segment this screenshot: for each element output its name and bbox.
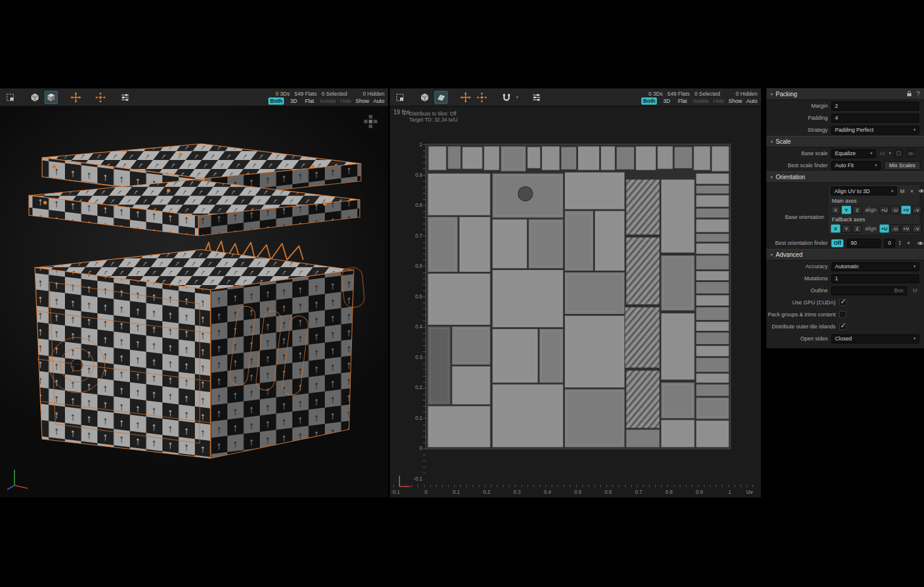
lock-icon[interactable] <box>907 90 912 98</box>
accuracy-dropdown[interactable]: Automatic▾ <box>831 262 919 271</box>
ruler-label: 0.2 <box>408 384 422 390</box>
margin-input[interactable]: 2 <box>831 102 919 111</box>
polygon-mode-icon[interactable] <box>28 91 42 104</box>
mode-both-button[interactable]: Both <box>641 97 658 105</box>
fallback-pu-button[interactable]: +U <box>879 224 889 233</box>
clear-icon[interactable]: × <box>908 187 916 195</box>
stepper-control[interactable]: ▴▾ <box>899 240 901 246</box>
uv-info-overlay: Distribute to tiles: Off Target TD: 32.3… <box>409 111 458 123</box>
hide-button[interactable]: Hide <box>713 97 724 105</box>
mix-scales-button[interactable]: Mix Scales <box>884 161 920 170</box>
ruler-label: 0.8 <box>408 202 422 208</box>
mode-flat-button[interactable]: Flat <box>303 97 316 105</box>
strategy-dropdown[interactable]: Padding Perfect▾ <box>831 126 919 135</box>
section-header-orientation[interactable]: ▾ Orientation <box>766 171 924 183</box>
orientation-start-input[interactable]: 0 <box>884 239 895 248</box>
section-header-scale[interactable]: ▾ Scale <box>766 136 924 147</box>
fallback-mu-button[interactable]: -U <box>890 224 900 233</box>
mode-both-button[interactable]: Both <box>268 97 285 105</box>
distribute-checkbox[interactable] <box>839 323 846 330</box>
display-settings-icon[interactable] <box>530 91 543 104</box>
ruler-label: 1 <box>722 489 738 495</box>
transform-pivot-icon[interactable] <box>475 91 488 104</box>
accuracy-label: Accuracy <box>766 263 828 269</box>
display-settings-icon[interactable] <box>119 91 132 104</box>
fallback-axis-x-button[interactable]: X <box>831 224 840 233</box>
plane-mode-icon[interactable] <box>434 91 448 104</box>
ruler-label: 0.4 <box>408 324 422 330</box>
padding-input[interactable]: 4 <box>831 114 919 123</box>
best-scale-finder-dropdown[interactable]: Auto Fit▾ <box>831 161 881 170</box>
scale-lock-icon[interactable] <box>895 149 903 158</box>
count-hidden: 0 Hidden <box>363 90 384 97</box>
eye-icon[interactable] <box>917 187 924 195</box>
cube-mode-icon[interactable] <box>45 91 58 104</box>
align-mode-dropdown[interactable]: Align UV to 3D▾ <box>831 186 897 195</box>
chevron-down-icon: ▾ <box>771 175 773 180</box>
isolate-button[interactable]: Isolate <box>693 97 709 105</box>
align-label: align <box>865 207 876 213</box>
viewport-uv-canvas[interactable]: 19 fps Distribute to tiles: Off Target T… <box>390 106 761 497</box>
uv-horizontal-ticks <box>393 485 753 487</box>
mirror-toggle[interactable]: M <box>898 187 907 195</box>
viewport-3d-stats: 0 3Ds 549 Flats 0 Selected 0 Hidden Both… <box>268 90 384 105</box>
eye-icon[interactable] <box>916 239 924 247</box>
base-mv-button[interactable]: -V <box>912 206 922 214</box>
section-header-advanced[interactable]: ▾ Advanced <box>766 249 924 260</box>
viewport-3d-canvas[interactable]: ↑ ↑ ↑ ↑ ↑ ↑ ↑ ↑ <box>0 106 388 497</box>
base-pv-button[interactable]: +V <box>901 206 911 214</box>
orientation-step-input[interactable]: 90 <box>847 239 881 248</box>
translate-tool-icon[interactable] <box>69 91 82 104</box>
base-axis-y-button[interactable]: Y <box>842 206 851 214</box>
ruler-label: 0.1 <box>408 415 422 421</box>
translate-tool-icon[interactable] <box>459 91 472 104</box>
auto-button[interactable]: Auto <box>746 97 757 105</box>
fallback-axes-label: Fallback axes <box>831 216 917 223</box>
isolate-button[interactable]: Isolate <box>320 97 336 105</box>
uv-islands-canvas[interactable] <box>426 144 730 449</box>
show-button[interactable]: Show <box>728 97 742 105</box>
show-button[interactable]: Show <box>356 97 369 105</box>
fallback-axis-z-button[interactable]: Z <box>852 224 862 233</box>
magnet-dropdown-icon[interactable]: ▾ <box>516 95 519 100</box>
pack-groups-checkbox[interactable] <box>839 311 846 318</box>
fallback-axis-y-button[interactable]: Y <box>842 224 851 233</box>
fallback-pv-button[interactable]: +V <box>901 224 911 233</box>
marquee-select-icon[interactable] <box>4 91 17 104</box>
polygon-mode-icon[interactable] <box>418 91 431 104</box>
transform-pivot-icon[interactable] <box>94 91 107 104</box>
mode-3d-button[interactable]: 3D <box>661 97 672 105</box>
open-sides-dropdown[interactable]: Closed▾ <box>831 334 919 343</box>
section-header-packing[interactable]: ▾ Packing ? <box>766 88 924 100</box>
uv-tile-0-1[interactable] <box>426 144 730 449</box>
hide-button[interactable]: Hide <box>340 97 351 105</box>
marquee-select-icon[interactable] <box>393 91 407 104</box>
pack-groups-label: Pack groups & trims content <box>766 312 836 318</box>
magnet-snap-icon[interactable] <box>500 91 513 104</box>
mutations-input[interactable]: 1 <box>831 274 919 283</box>
base-axis-x-button[interactable]: X <box>831 206 840 214</box>
ruler-label: 1 <box>408 141 422 147</box>
gpu-checkbox[interactable] <box>839 299 846 306</box>
outline-hint: Box <box>894 287 904 294</box>
base-axis-z-button[interactable]: Z <box>852 206 862 214</box>
base-mu-button[interactable]: -U <box>890 206 900 214</box>
best-orientation-toggle[interactable]: Off <box>831 239 843 247</box>
app-stage: 0 3Ds 549 Flats 0 Selected 0 Hidden Both… <box>0 0 924 587</box>
count-selected: 0 Selected <box>321 90 347 97</box>
base-pu-button[interactable]: +U <box>879 206 889 214</box>
view-navigation-widget[interactable] <box>363 114 378 129</box>
mode-3d-button[interactable]: 3D <box>288 97 299 105</box>
outline-input[interactable]: Box <box>831 286 907 295</box>
viewport-uv-toolbar: ▾ 0 3Ds 549 Flats 0 Selected 0 Hidden Bo… <box>390 88 761 106</box>
auto-button[interactable]: Auto <box>373 97 384 105</box>
clear-icon[interactable]: × <box>904 239 913 247</box>
outline-m-icon[interactable]: M <box>911 286 919 295</box>
best-orientation-finder-label: Best orientation finder <box>766 240 828 246</box>
fallback-mv-button[interactable]: -V <box>912 224 922 233</box>
mode-flat-button[interactable]: Flat <box>676 97 689 105</box>
scale-eye-icon[interactable] <box>907 149 915 158</box>
help-icon[interactable]: ? <box>916 91 920 97</box>
chevron-down-icon[interactable]: ▾ <box>889 151 892 156</box>
base-scale-dropdown[interactable]: Equalize▾ <box>831 149 876 158</box>
